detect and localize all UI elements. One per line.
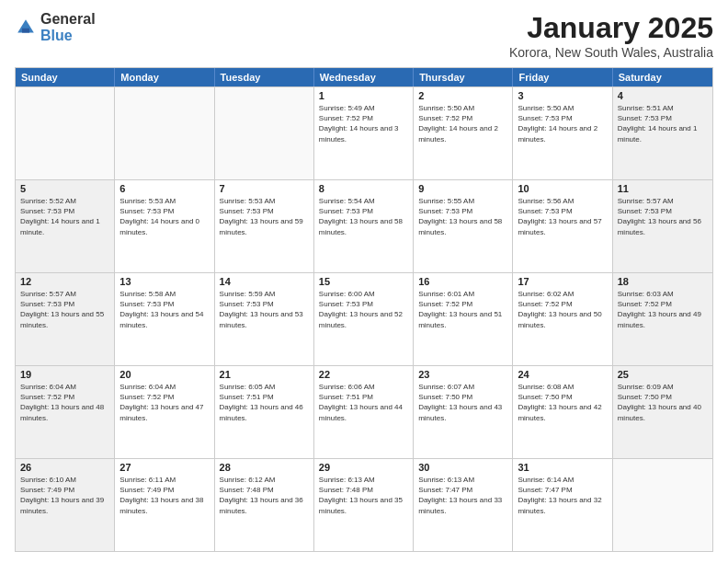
cal-cell: 10Sunrise: 5:56 AM Sunset: 7:53 PM Dayli… [513, 180, 612, 272]
day-detail: Sunrise: 6:13 AM Sunset: 7:48 PM Dayligh… [319, 475, 408, 516]
cal-row-2: 5Sunrise: 5:52 AM Sunset: 7:53 PM Daylig… [16, 179, 712, 272]
cal-cell: 7Sunrise: 5:53 AM Sunset: 7:53 PM Daylig… [215, 180, 314, 272]
day-number: 20 [119, 369, 209, 380]
day-number: 15 [319, 276, 408, 287]
cal-cell: 22Sunrise: 6:06 AM Sunset: 7:51 PM Dayli… [314, 366, 414, 458]
day-detail: Sunrise: 6:00 AM Sunset: 7:53 PM Dayligh… [319, 289, 408, 330]
day-number: 16 [418, 276, 507, 287]
day-number: 27 [119, 462, 209, 473]
day-number: 19 [20, 369, 109, 380]
cal-cell: 6Sunrise: 5:53 AM Sunset: 7:53 PM Daylig… [115, 180, 214, 272]
header-day-sunday: Sunday [16, 68, 115, 86]
day-detail: Sunrise: 6:03 AM Sunset: 7:52 PM Dayligh… [618, 289, 708, 330]
cal-row-5: 26Sunrise: 6:10 AM Sunset: 7:49 PM Dayli… [16, 458, 712, 551]
logo-general: General [40, 11, 96, 28]
cal-cell: 18Sunrise: 6:03 AM Sunset: 7:52 PM Dayli… [613, 273, 712, 365]
cal-row-4: 19Sunrise: 6:04 AM Sunset: 7:52 PM Dayli… [16, 365, 712, 458]
logo: General Blue [15, 11, 96, 43]
day-detail: Sunrise: 5:59 AM Sunset: 7:53 PM Dayligh… [220, 289, 309, 330]
day-detail: Sunrise: 5:57 AM Sunset: 7:53 PM Dayligh… [20, 289, 109, 330]
cal-cell: 27Sunrise: 6:11 AM Sunset: 7:49 PM Dayli… [115, 459, 214, 551]
day-detail: Sunrise: 6:04 AM Sunset: 7:52 PM Dayligh… [119, 382, 209, 423]
cal-row-3: 12Sunrise: 5:57 AM Sunset: 7:53 PM Dayli… [16, 272, 712, 365]
cal-cell: 26Sunrise: 6:10 AM Sunset: 7:49 PM Dayli… [16, 459, 115, 551]
cal-cell: 11Sunrise: 5:57 AM Sunset: 7:53 PM Dayli… [613, 180, 712, 272]
day-detail: Sunrise: 6:02 AM Sunset: 7:52 PM Dayligh… [518, 289, 607, 330]
cal-cell: 29Sunrise: 6:13 AM Sunset: 7:48 PM Dayli… [314, 459, 414, 551]
cal-cell: 5Sunrise: 5:52 AM Sunset: 7:53 PM Daylig… [16, 180, 115, 272]
day-number: 24 [518, 369, 607, 380]
day-number: 1 [319, 90, 408, 101]
day-number: 4 [618, 90, 708, 101]
day-detail: Sunrise: 5:49 AM Sunset: 7:52 PM Dayligh… [319, 103, 408, 144]
header-day-wednesday: Wednesday [314, 68, 414, 86]
day-number: 17 [518, 276, 607, 287]
day-detail: Sunrise: 6:09 AM Sunset: 7:50 PM Dayligh… [618, 382, 708, 423]
day-number: 8 [319, 183, 408, 194]
day-number: 6 [119, 183, 209, 194]
cal-cell: 12Sunrise: 5:57 AM Sunset: 7:53 PM Dayli… [16, 273, 115, 365]
day-detail: Sunrise: 5:51 AM Sunset: 7:53 PM Dayligh… [618, 103, 708, 144]
cal-cell [16, 87, 115, 179]
title-location: Korora, New South Wales, Australia [509, 45, 713, 60]
day-number: 9 [418, 183, 507, 194]
day-detail: Sunrise: 5:52 AM Sunset: 7:53 PM Dayligh… [20, 196, 109, 237]
cal-cell: 14Sunrise: 5:59 AM Sunset: 7:53 PM Dayli… [215, 273, 314, 365]
day-detail: Sunrise: 6:14 AM Sunset: 7:47 PM Dayligh… [518, 475, 607, 516]
cal-cell: 8Sunrise: 5:54 AM Sunset: 7:53 PM Daylig… [314, 180, 414, 272]
calendar-body: 1Sunrise: 5:49 AM Sunset: 7:52 PM Daylig… [16, 86, 712, 551]
cal-cell: 30Sunrise: 6:13 AM Sunset: 7:47 PM Dayli… [414, 459, 513, 551]
day-detail: Sunrise: 5:58 AM Sunset: 7:53 PM Dayligh… [119, 289, 209, 330]
day-number: 18 [618, 276, 708, 287]
day-number: 29 [319, 462, 408, 473]
day-number: 2 [418, 90, 507, 101]
day-detail: Sunrise: 5:55 AM Sunset: 7:53 PM Dayligh… [418, 196, 507, 237]
day-detail: Sunrise: 6:06 AM Sunset: 7:51 PM Dayligh… [319, 382, 408, 423]
cal-cell: 9Sunrise: 5:55 AM Sunset: 7:53 PM Daylig… [414, 180, 513, 272]
day-number: 3 [518, 90, 607, 101]
day-number: 13 [119, 276, 209, 287]
day-detail: Sunrise: 5:53 AM Sunset: 7:53 PM Dayligh… [119, 196, 209, 237]
title-month: January 2025 [509, 11, 713, 45]
cal-cell: 15Sunrise: 6:00 AM Sunset: 7:53 PM Dayli… [314, 273, 414, 365]
cal-cell: 23Sunrise: 6:07 AM Sunset: 7:50 PM Dayli… [414, 366, 513, 458]
header-day-thursday: Thursday [414, 68, 513, 86]
cal-cell: 17Sunrise: 6:02 AM Sunset: 7:52 PM Dayli… [513, 273, 612, 365]
day-number: 12 [20, 276, 109, 287]
cal-cell: 4Sunrise: 5:51 AM Sunset: 7:53 PM Daylig… [613, 87, 712, 179]
logo-blue: Blue [40, 28, 96, 44]
day-detail: Sunrise: 5:57 AM Sunset: 7:53 PM Dayligh… [618, 196, 708, 237]
day-number: 11 [618, 183, 708, 194]
cal-cell: 1Sunrise: 5:49 AM Sunset: 7:52 PM Daylig… [314, 87, 414, 179]
cal-cell: 13Sunrise: 5:58 AM Sunset: 7:53 PM Dayli… [115, 273, 214, 365]
cal-row-1: 1Sunrise: 5:49 AM Sunset: 7:52 PM Daylig… [16, 86, 712, 179]
cal-cell: 19Sunrise: 6:04 AM Sunset: 7:52 PM Dayli… [16, 366, 115, 458]
day-detail: Sunrise: 6:07 AM Sunset: 7:50 PM Dayligh… [418, 382, 507, 423]
cal-cell: 25Sunrise: 6:09 AM Sunset: 7:50 PM Dayli… [613, 366, 712, 458]
cal-cell [215, 87, 314, 179]
cal-cell: 20Sunrise: 6:04 AM Sunset: 7:52 PM Dayli… [115, 366, 214, 458]
cal-cell: 21Sunrise: 6:05 AM Sunset: 7:51 PM Dayli… [215, 366, 314, 458]
title-block: January 2025 Korora, New South Wales, Au… [509, 11, 713, 60]
day-detail: Sunrise: 6:11 AM Sunset: 7:49 PM Dayligh… [119, 475, 209, 516]
day-detail: Sunrise: 5:56 AM Sunset: 7:53 PM Dayligh… [518, 196, 607, 237]
day-detail: Sunrise: 6:01 AM Sunset: 7:52 PM Dayligh… [418, 289, 507, 330]
day-detail: Sunrise: 5:50 AM Sunset: 7:53 PM Dayligh… [518, 103, 607, 144]
cal-cell: 31Sunrise: 6:14 AM Sunset: 7:47 PM Dayli… [513, 459, 612, 551]
day-number: 23 [418, 369, 507, 380]
cal-cell: 16Sunrise: 6:01 AM Sunset: 7:52 PM Dayli… [414, 273, 513, 365]
header-day-saturday: Saturday [613, 68, 712, 86]
day-detail: Sunrise: 5:54 AM Sunset: 7:53 PM Dayligh… [319, 196, 408, 237]
page: General Blue January 2025 Korora, New So… [0, 0, 728, 563]
header-day-monday: Monday [115, 68, 214, 86]
header-day-tuesday: Tuesday [215, 68, 314, 86]
day-number: 25 [618, 369, 708, 380]
calendar: SundayMondayTuesdayWednesdayThursdayFrid… [15, 67, 713, 552]
cal-cell [115, 87, 214, 179]
day-detail: Sunrise: 6:10 AM Sunset: 7:49 PM Dayligh… [20, 475, 109, 516]
day-number: 7 [220, 183, 309, 194]
day-number: 30 [418, 462, 507, 473]
header: General Blue January 2025 Korora, New So… [15, 11, 713, 60]
day-number: 10 [518, 183, 607, 194]
header-day-friday: Friday [513, 68, 612, 86]
